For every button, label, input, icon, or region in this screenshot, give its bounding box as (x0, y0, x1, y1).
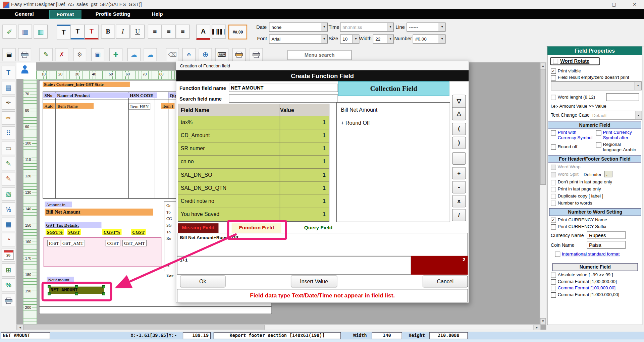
align-right-icon[interactable]: ≡ (176, 24, 190, 39)
delimiter-input[interactable] (604, 171, 612, 177)
number-to-words-row[interactable]: Number to words (551, 201, 592, 206)
field-item-hsn[interactable]: Item HSN (128, 103, 150, 110)
eraser-icon[interactable]: ⌫ (166, 48, 179, 61)
comma-format-1-row[interactable]: Comma Format [1,00,000.00] (551, 279, 617, 284)
keyboard-icon[interactable]: ⌨ (215, 48, 228, 61)
blank-op-button[interactable] (452, 152, 466, 165)
tab-missing-field[interactable]: Missing Field (178, 223, 218, 233)
cloud-sync-icon[interactable]: ☁ (144, 48, 157, 61)
field-cgst[interactable]: CGST (131, 229, 146, 235)
function-field-name-input[interactable] (229, 84, 338, 92)
round-off-checkbox[interactable] (551, 145, 556, 150)
print-with-currency-row[interactable]: Print with Currency Symbol (551, 130, 593, 140)
duplicate-copy-checkbox[interactable] (551, 194, 556, 199)
field-sgst-pct[interactable]: SGST% (46, 229, 64, 235)
align-text-bottom-icon[interactable]: T (71, 24, 85, 39)
time-select[interactable]: hh:mm:ss▾ (340, 22, 394, 32)
number-select[interactable]: #0.00▾ (413, 35, 446, 44)
intl-format-row[interactable]: International standard format (555, 251, 620, 257)
move-down-button[interactable]: △ (452, 107, 466, 120)
dont-print-last-row[interactable]: Don't print in last page only (551, 179, 612, 185)
insert-value-button[interactable]: Insert Value (291, 276, 337, 288)
field-gst-details[interactable]: GST Tax Details: (45, 222, 101, 228)
dots-tool-icon[interactable]: ⠿ (2, 126, 15, 140)
font-select[interactable]: Arial▾ (269, 35, 328, 44)
word-length-checkbox[interactable] (551, 95, 556, 100)
word-split-row[interactable]: Word Split (551, 172, 579, 177)
field-row[interactable]: cn no1 (178, 156, 329, 169)
size-select[interactable]: 10▾ (340, 35, 360, 44)
calendar-tool-icon[interactable]: 26 (2, 248, 15, 262)
regional-row[interactable]: Regional language-Arabic (596, 141, 640, 152)
print-visible-row[interactable]: ✓ Print visible (551, 68, 581, 74)
dialog-title-bar[interactable]: Creation of Function field (176, 61, 469, 70)
currency-name-input[interactable] (587, 231, 626, 239)
percent-tool-icon[interactable]: % (2, 278, 15, 292)
person-sync-icon[interactable] (20, 65, 31, 75)
align-center-icon[interactable]: ≡ (162, 24, 176, 39)
chevron-down-icon[interactable]: ▾ (321, 23, 327, 31)
scrollbar-thumb[interactable] (23, 325, 265, 330)
field-sgst[interactable]: SGST (67, 229, 81, 235)
number-to-words-checkbox[interactable] (551, 201, 556, 206)
gst-box[interactable]: IGST GST_AMT CGST GST_AMT (44, 237, 161, 267)
numbered-list-tool-icon[interactable]: ½ (2, 203, 15, 216)
absolute-value-checkbox[interactable] (551, 273, 556, 278)
chevron-down-icon[interactable]: ▾ (635, 82, 641, 90)
menu-general[interactable]: General (11, 10, 38, 18)
text-strike-icon[interactable]: T (85, 24, 99, 39)
word-wrap-row[interactable]: Word Wrap (551, 164, 580, 170)
chevron-down-icon[interactable]: ▾ (439, 35, 445, 43)
print-currency-suffix-checkbox[interactable] (551, 224, 556, 230)
field-row[interactable]: SAL_DN_SO_QTN1 (178, 182, 329, 195)
pen-tool-icon[interactable]: ✒ (2, 96, 15, 110)
web-key-icon[interactable]: ⊕ (182, 48, 196, 61)
absolute-value-row[interactable]: Absolute value [ -99 >> 99 ] (551, 272, 613, 278)
vertical-scrollbar[interactable]: ▲ ▼ (540, 62, 546, 325)
chevron-down-icon[interactable]: ▾ (635, 111, 642, 119)
comma-format-3-row[interactable]: Comma Format [1.000.000,00] (551, 292, 619, 298)
table-style-icon[interactable]: ▦ (18, 24, 32, 39)
underline-button[interactable]: U (130, 24, 145, 39)
field-item-name[interactable]: Item Name (56, 103, 94, 109)
regional-checkbox[interactable] (596, 142, 601, 148)
move-up-button[interactable]: ▽ (452, 95, 466, 108)
menu-help[interactable]: Help (147, 10, 167, 18)
pencil-tool-icon[interactable]: ✏ (2, 111, 15, 125)
intl-format-checkbox[interactable] (555, 252, 560, 257)
close-button[interactable]: ✕ (628, 0, 642, 9)
print-visible-checkbox[interactable]: ✓ (551, 68, 556, 74)
divide-button[interactable]: / (452, 209, 466, 221)
field-value-select[interactable]: ▾ (551, 81, 642, 90)
formula-preview-box[interactable]: Bill Net Amount+Round Off (177, 233, 468, 256)
print-preview-icon[interactable]: ▤ (2, 48, 15, 61)
maximize-button[interactable]: ▢ (607, 0, 621, 9)
print-currency-after-row[interactable]: Print Currency Symbol after (596, 130, 640, 140)
field-gst-amt-2[interactable]: GST_AMT (122, 240, 147, 246)
globe-icon[interactable]: ⊕ (199, 48, 212, 61)
field-bill-net-amount[interactable]: Bill Net Amount (45, 209, 153, 216)
ok-button[interactable]: Ok (180, 276, 225, 288)
scroll-up-icon[interactable]: ▲ (540, 63, 546, 69)
multiply-button[interactable]: x (452, 195, 466, 208)
print-icon[interactable] (18, 48, 31, 61)
barcode-icon[interactable]: ▌│▌▌│ (212, 24, 226, 39)
horizontal-scrollbar[interactable]: ◄ ► (16, 324, 540, 330)
comma-format-2-row[interactable]: Comma Format [100,000.00] (551, 285, 615, 291)
plus-button[interactable]: + (452, 167, 466, 179)
coin-name-input[interactable] (587, 241, 626, 249)
align-text-top-icon[interactable]: T (57, 24, 71, 39)
comma-format-1-checkbox[interactable] (551, 279, 556, 285)
fax-print-icon[interactable] (250, 48, 263, 61)
table-tool-icon[interactable]: ▦ (2, 218, 15, 231)
cloud-upload-icon[interactable]: ☁ (127, 48, 141, 61)
align-left-icon[interactable]: ≡ (148, 24, 162, 39)
print-with-currency-checkbox[interactable] (551, 130, 556, 135)
report-delete-icon[interactable]: ✗ (55, 48, 68, 61)
print-last-row[interactable]: Print in last page only (551, 186, 601, 192)
search-field-name-input[interactable] (229, 95, 338, 103)
shape-tool-icon[interactable]: ▭ (2, 141, 15, 155)
word-wrap-checkbox[interactable] (551, 165, 556, 170)
word-rotate-checkbox[interactable] (553, 59, 558, 64)
close-paren-button[interactable]: ) (452, 137, 466, 149)
